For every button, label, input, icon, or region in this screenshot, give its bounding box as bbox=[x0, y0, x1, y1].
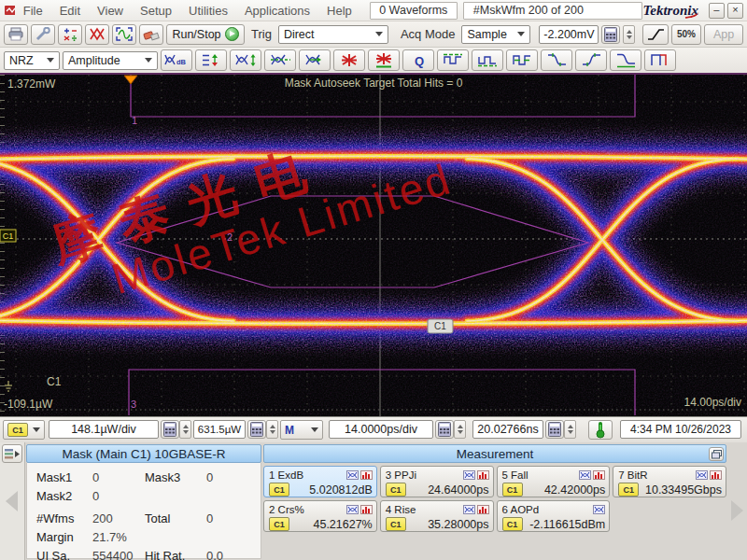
stat-label: Mask1 bbox=[36, 470, 92, 484]
measurement-cell[interactable]: 7 BitR C110.33495Gbps bbox=[613, 466, 726, 497]
eye-stat-icon[interactable] bbox=[346, 505, 359, 514]
high-level-button[interactable] bbox=[437, 49, 469, 71]
histogram-icon[interactable] bbox=[477, 505, 489, 514]
keypad-button[interactable] bbox=[601, 25, 620, 44]
trigger-level-input[interactable]: -2.200mV bbox=[539, 25, 599, 44]
acq-mode-select[interactable]: Sample bbox=[461, 25, 530, 44]
eye-stat-icon[interactable] bbox=[579, 470, 591, 480]
eye-stat-icon[interactable] bbox=[593, 505, 605, 514]
scroll-left-chevron[interactable] bbox=[6, 491, 18, 511]
low-level-button[interactable] bbox=[472, 49, 503, 71]
crossing-percent-button[interactable] bbox=[264, 49, 296, 71]
menu-applications[interactable]: Applications bbox=[245, 4, 310, 18]
tools-button[interactable] bbox=[31, 24, 55, 45]
eye-stat-icon[interactable] bbox=[463, 470, 475, 480]
rise-time-button[interactable] bbox=[575, 49, 607, 71]
measurement-value: 10.33495Gbps bbox=[645, 483, 722, 497]
measurement-panel-header[interactable]: Measurement bbox=[263, 444, 726, 463]
measure-category-select[interactable]: Amplitude bbox=[63, 51, 158, 70]
mask-stat-row: UI Sa.554400 Hit Rat.0.0 bbox=[36, 546, 261, 560]
mask-panel-header[interactable]: Mask (Main C1) 10GBASE-R bbox=[26, 444, 261, 463]
stat-value bbox=[206, 489, 261, 503]
eye-width-icon bbox=[304, 52, 326, 68]
vertical-scale-input[interactable]: 148.1µW/div bbox=[49, 420, 159, 439]
horizontal-position-input[interactable]: 20.02766ns bbox=[472, 420, 543, 439]
clear-button[interactable] bbox=[139, 24, 163, 45]
histogram-icon[interactable] bbox=[360, 505, 373, 514]
menu-utilities[interactable]: Utilities bbox=[189, 4, 228, 18]
channel-select[interactable]: C1 bbox=[3, 420, 45, 440]
spin-down-icon[interactable] bbox=[627, 35, 632, 39]
extinction-ratio-button[interactable]: dB bbox=[161, 49, 192, 71]
horizontal-scale-keypad-button[interactable] bbox=[435, 420, 454, 439]
spin-up-icon[interactable] bbox=[627, 30, 632, 34]
mid-level-button[interactable] bbox=[506, 49, 538, 71]
measurement-cell[interactable]: 5 Fall C142.42000ps bbox=[497, 466, 611, 497]
horizontal-scale-spinner[interactable] bbox=[454, 420, 466, 439]
panel-window-button[interactable] bbox=[709, 447, 724, 461]
pulse-width-button[interactable] bbox=[644, 49, 676, 71]
source-badge: C1 bbox=[269, 517, 289, 531]
measurement-value: 5.020812dB bbox=[309, 483, 372, 497]
timebase-source-select[interactable]: M bbox=[280, 420, 323, 440]
measurement-value: 35.28000ps bbox=[428, 518, 488, 531]
trig-source-value: Direct bbox=[284, 28, 315, 41]
temperature-button[interactable] bbox=[588, 420, 613, 440]
trig-source-select[interactable]: Direct bbox=[278, 25, 388, 44]
vertical-offset-keypad-button[interactable] bbox=[247, 420, 266, 439]
horizontal-position-spinner[interactable] bbox=[564, 420, 576, 439]
fall-marker-button[interactable] bbox=[610, 49, 641, 71]
stat-label: UI Sa. bbox=[36, 549, 92, 560]
histogram-icon[interactable] bbox=[593, 470, 605, 480]
vertical-offset-spinner[interactable] bbox=[266, 420, 278, 439]
print-button[interactable] bbox=[4, 24, 28, 45]
measure-category-value: Amplitude bbox=[68, 54, 120, 67]
measurement-cell[interactable]: 1 ExdB C15.020812dB bbox=[263, 466, 377, 497]
amplitude-button[interactable] bbox=[230, 49, 261, 71]
menu-view[interactable]: View bbox=[97, 4, 123, 18]
scroll-right-chevron[interactable] bbox=[731, 500, 743, 521]
datetime-display: 4:34 PM 10/26/2023 bbox=[620, 420, 741, 439]
vertical-scale-spinner[interactable] bbox=[179, 420, 191, 439]
menu-file[interactable]: File bbox=[23, 4, 43, 18]
math-button[interactable] bbox=[58, 24, 82, 45]
acq-mode-label: Acq Mode bbox=[401, 27, 456, 41]
minimize-button[interactable]: – bbox=[709, 3, 725, 19]
menu-setup[interactable]: Setup bbox=[140, 4, 172, 18]
mask-test-button[interactable] bbox=[85, 24, 109, 45]
vertical-scale-keypad-button[interactable] bbox=[161, 420, 179, 439]
histogram-icon[interactable] bbox=[477, 470, 489, 480]
menu-help[interactable]: Help bbox=[327, 4, 352, 18]
histogram-icon[interactable] bbox=[710, 470, 722, 480]
fall-time-button[interactable] bbox=[541, 49, 572, 71]
readout-toggle-button[interactable] bbox=[2, 444, 22, 463]
autoscale-button[interactable] bbox=[112, 24, 136, 45]
measurement-cell[interactable]: 4 Rise C135.28000ps bbox=[380, 500, 494, 532]
waveform-label-tag[interactable]: C1 bbox=[428, 319, 453, 333]
eye-width-button[interactable] bbox=[299, 49, 331, 71]
eye-stat-icon[interactable] bbox=[463, 505, 475, 514]
signal-type-select[interactable]: NRZ bbox=[4, 51, 60, 70]
eye-stat-icon[interactable] bbox=[346, 470, 359, 480]
trigger-level-spinner[interactable] bbox=[623, 25, 635, 44]
level-markers-button[interactable] bbox=[195, 49, 227, 71]
histogram-icon[interactable] bbox=[360, 470, 373, 480]
vertical-offset-input[interactable]: 631.5µW bbox=[193, 420, 246, 439]
q-factor-button[interactable]: Q bbox=[402, 49, 434, 71]
eye-stat-icon[interactable] bbox=[696, 470, 708, 480]
horizontal-scale-input[interactable]: 14.0000ps/div bbox=[329, 420, 433, 439]
close-button[interactable]: × bbox=[727, 3, 743, 19]
channel-position-marker[interactable]: C1 bbox=[0, 230, 16, 242]
measurement-cell[interactable]: 6 AOPd C1-2.116615dBm bbox=[497, 500, 611, 532]
trigger-slope-button[interactable] bbox=[642, 24, 669, 45]
mask-margin-button[interactable] bbox=[368, 49, 400, 71]
run-stop-button[interactable]: Run/Stop bbox=[166, 24, 245, 45]
measurement-cell[interactable]: 3 PPJi C124.64000ps bbox=[380, 466, 494, 497]
app-button[interactable]: App bbox=[704, 24, 743, 45]
mask-hits-button[interactable] bbox=[333, 49, 365, 71]
menu-edit[interactable]: Edit bbox=[60, 4, 80, 18]
measurement-cell[interactable]: 2 Crs% C145.21627% bbox=[263, 500, 377, 532]
waveform-display[interactable]: 1 2 3 1.372mW Mask Autoseek Target Total… bbox=[0, 75, 747, 416]
horizontal-position-keypad-button[interactable] bbox=[545, 420, 564, 439]
set-50-percent-button[interactable]: 50% bbox=[671, 24, 701, 45]
